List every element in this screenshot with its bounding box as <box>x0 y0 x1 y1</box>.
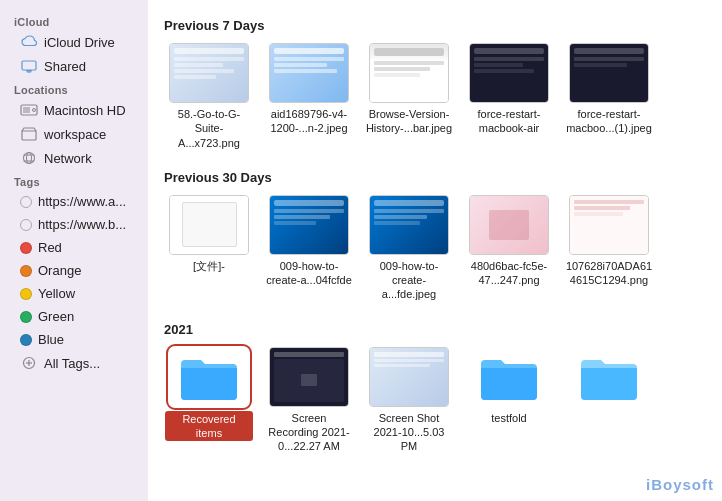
file-item[interactable]: aid1689796-v4-1200-...n-2.jpeg <box>264 43 354 150</box>
file-thumb <box>369 195 449 255</box>
file-thumb <box>269 347 349 407</box>
sidebar-item-workspace[interactable]: workspace <box>6 123 142 145</box>
sidebar-item-tag-all[interactable]: All Tags... <box>6 352 142 374</box>
file-item[interactable]: 107628i70ADA61 4615C1294.png <box>564 195 654 302</box>
tag-url1-label: https://www.a... <box>38 194 126 209</box>
file-thumb <box>269 195 349 255</box>
shared-icon <box>20 58 38 74</box>
workspace-label: workspace <box>44 127 106 142</box>
icloud-drive-icon <box>20 34 38 50</box>
shared-label: Shared <box>44 59 86 74</box>
tag-url1-icon <box>20 196 32 208</box>
tag-blue-label: Blue <box>38 332 64 347</box>
file-item[interactable]: 480d6bac-fc5e-47...247.png <box>464 195 554 302</box>
file-name: Screen Recording 2021-0...22.27 AM <box>265 411 353 454</box>
tag-url2-icon <box>20 219 32 231</box>
file-thumb <box>169 43 249 103</box>
svg-rect-1 <box>26 70 32 72</box>
icloud-drive-label: iCloud Drive <box>44 35 115 50</box>
file-grid-7days: 58.-Go-to-G-Suite-A...x723.png aid168979… <box>164 43 706 150</box>
sidebar-item-tag-red[interactable]: Red <box>6 237 142 258</box>
sidebar-item-tag-orange[interactable]: Orange <box>6 260 142 281</box>
locations-header: Locations <box>0 78 148 98</box>
file-thumb <box>469 347 549 407</box>
file-grid-2021: Recovered items Screen Recording 2021-0.… <box>164 347 706 454</box>
file-item[interactable]: 58.-Go-to-G-Suite-A...x723.png <box>164 43 254 150</box>
file-name: 58.-Go-to-G-Suite-A...x723.png <box>165 107 253 150</box>
sidebar-item-tag-yellow[interactable]: Yellow <box>6 283 142 304</box>
file-name: force-restart-macbook-air <box>465 107 553 136</box>
tags-header: Tags <box>0 170 148 190</box>
sidebar-item-tag-blue[interactable]: Blue <box>6 329 142 350</box>
tag-url2-label: https://www.b... <box>38 217 126 232</box>
file-item[interactable] <box>564 347 654 454</box>
section-30days: Previous 30 Days [文件]- <box>164 170 706 302</box>
file-name: Recovered items <box>165 411 253 442</box>
file-thumb <box>169 347 249 407</box>
tag-blue-icon <box>20 334 32 346</box>
file-thumb <box>569 195 649 255</box>
tag-orange-icon <box>20 265 32 277</box>
sidebar-item-network[interactable]: Network <box>6 147 142 169</box>
network-icon <box>20 150 38 166</box>
file-item[interactable]: force-restart-macbook-air <box>464 43 554 150</box>
main-content: Previous 7 Days 58.-Go-to-G-Suite-A...x7 <box>148 0 722 501</box>
sidebar-item-icloud-drive[interactable]: iCloud Drive <box>6 31 142 53</box>
file-thumb <box>569 347 649 407</box>
section-2021-label: 2021 <box>164 322 706 337</box>
file-item[interactable]: 009-how-to-create-a...04fcfde <box>264 195 354 302</box>
svg-point-4 <box>33 109 36 112</box>
tag-red-icon <box>20 242 32 254</box>
file-item[interactable]: 009-how-to-create-a...fde.jpeg <box>364 195 454 302</box>
file-thumb <box>369 347 449 407</box>
tag-green-label: Green <box>38 309 74 324</box>
network-label: Network <box>44 151 92 166</box>
file-name: Screen Shot 2021-10...5.03 PM <box>365 411 453 454</box>
macintosh-hd-label: Macintosh HD <box>44 103 126 118</box>
file-thumb <box>469 195 549 255</box>
sidebar-item-tag-url1[interactable]: https://www.a... <box>6 191 142 212</box>
file-item[interactable]: force-restart-macboo...(1).jpeg <box>564 43 654 150</box>
file-name: 009-how-to-create-a...04fcfde <box>265 259 353 288</box>
sidebar: iCloud iCloud Drive Shared Locations <box>0 0 148 501</box>
file-thumb <box>469 43 549 103</box>
file-thumb <box>169 195 249 255</box>
file-name: force-restart-macboo...(1).jpeg <box>565 107 653 136</box>
tag-all-label: All Tags... <box>44 356 100 371</box>
sidebar-item-tag-green[interactable]: Green <box>6 306 142 327</box>
svg-rect-0 <box>22 61 36 70</box>
macintosh-hd-icon <box>20 102 38 118</box>
sidebar-item-macintosh-hd[interactable]: Macintosh HD <box>6 99 142 121</box>
sidebar-item-tag-url2[interactable]: https://www.b... <box>6 214 142 235</box>
workspace-icon <box>20 126 38 142</box>
file-item[interactable]: Screen Recording 2021-0...22.27 AM <box>264 347 354 454</box>
file-item-recovered[interactable]: Recovered items <box>164 347 254 454</box>
section-2021: 2021 Recovered items <box>164 322 706 454</box>
file-item[interactable]: Screen Shot 2021-10...5.03 PM <box>364 347 454 454</box>
file-name: 107628i70ADA61 4615C1294.png <box>565 259 653 288</box>
section-7days-label: Previous 7 Days <box>164 18 706 33</box>
file-item[interactable]: [文件]- <box>164 195 254 302</box>
tag-all-icon <box>20 355 38 371</box>
svg-point-8 <box>24 153 35 164</box>
file-name: Browse-Version-History-...bar.jpeg <box>365 107 453 136</box>
tag-yellow-icon <box>20 288 32 300</box>
file-item-testfold[interactable]: testfold <box>464 347 554 454</box>
section-7days: Previous 7 Days 58.-Go-to-G-Suite-A...x7 <box>164 18 706 150</box>
section-30days-label: Previous 30 Days <box>164 170 706 185</box>
tag-orange-label: Orange <box>38 263 81 278</box>
file-thumb <box>569 43 649 103</box>
file-thumb <box>369 43 449 103</box>
file-item[interactable]: Browse-Version-History-...bar.jpeg <box>364 43 454 150</box>
file-thumb <box>269 43 349 103</box>
sidebar-item-shared[interactable]: Shared <box>6 55 142 77</box>
icloud-header: iCloud <box>0 10 148 30</box>
file-name: aid1689796-v4-1200-...n-2.jpeg <box>265 107 353 136</box>
tag-green-icon <box>20 311 32 323</box>
file-grid-30days: [文件]- 009-how-to-create-a...04fcfde <box>164 195 706 302</box>
tag-red-label: Red <box>38 240 62 255</box>
tag-yellow-label: Yellow <box>38 286 75 301</box>
svg-point-9 <box>27 153 32 164</box>
file-name: 480d6bac-fc5e-47...247.png <box>465 259 553 288</box>
file-name: [文件]- <box>193 259 225 273</box>
